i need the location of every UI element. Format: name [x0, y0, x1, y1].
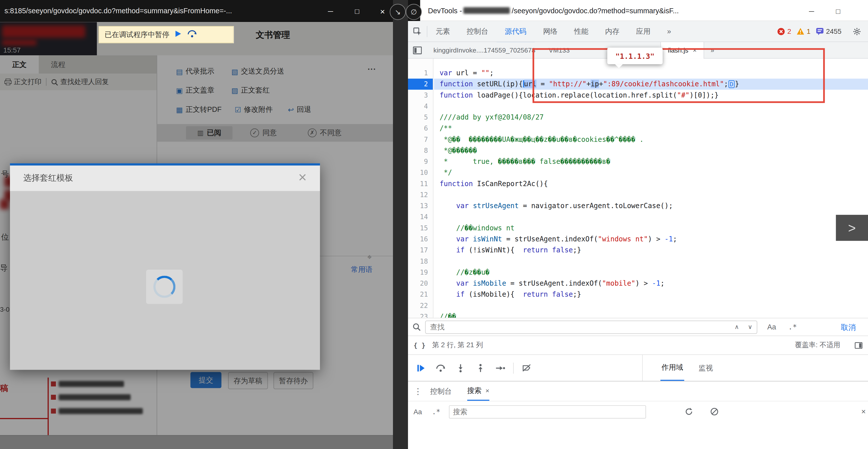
- tab-memory[interactable]: 内存: [597, 21, 628, 42]
- drawer-menu-icon[interactable]: ⋮: [412, 386, 424, 396]
- resume-button[interactable]: [413, 361, 428, 375]
- settings-button[interactable]: [846, 27, 868, 35]
- find-cancel-button[interactable]: 取消: [841, 323, 856, 333]
- search-refresh-button[interactable]: [682, 405, 696, 419]
- find-previous-button[interactable]: ∧: [730, 323, 743, 331]
- drawer-tab-search[interactable]: 搜索 ×: [467, 381, 490, 401]
- more-file-tabs-chevron[interactable]: »: [704, 42, 721, 58]
- gutter-line-number[interactable]: 1: [408, 68, 433, 78]
- gutter-line-number[interactable]: 18: [408, 256, 433, 267]
- drawer-search-bar: Aa .* ×: [408, 401, 868, 422]
- tab-application[interactable]: 应用: [628, 21, 659, 42]
- gutter-line-number[interactable]: 10: [408, 167, 433, 178]
- tab-console[interactable]: 控制台: [458, 21, 497, 42]
- gutter-line-number[interactable]: 13: [408, 200, 433, 212]
- step-out-button[interactable]: [473, 361, 488, 375]
- file-tab-kinggird[interactable]: kinggirdInvoke....174559_7025678: [427, 42, 542, 58]
- tab-sources[interactable]: 源代码: [497, 19, 535, 43]
- gutter-line-number[interactable]: 9: [408, 156, 433, 167]
- toggle-navigator-button[interactable]: [408, 46, 427, 54]
- paused-in-debugger-bar: 已在调试程序中暂停: [98, 26, 234, 43]
- step-over-icon: [436, 364, 446, 372]
- gutter-line-number[interactable]: 11: [408, 178, 433, 189]
- gutter-line-number[interactable]: 3: [408, 90, 433, 101]
- code-lines[interactable]: var url = "";function setURL(ip){url = "…: [434, 59, 868, 318]
- drawer-tabbar: ⋮ 控制台 搜索 ×: [408, 381, 868, 401]
- tab-elements[interactable]: 元素: [427, 21, 458, 42]
- warning-counter[interactable]: 1: [797, 28, 810, 35]
- panel-layout-icon[interactable]: [855, 342, 863, 349]
- gutter-line-number[interactable]: 7: [408, 134, 433, 145]
- step-over-button[interactable]: [187, 29, 197, 40]
- maximize-button[interactable]: □: [346, 0, 368, 22]
- step-into-button[interactable]: [453, 361, 468, 375]
- step-button[interactable]: [493, 361, 508, 375]
- warning-icon: [797, 28, 804, 35]
- step-over-icon: [187, 29, 197, 37]
- tab-watch[interactable]: 监视: [699, 363, 713, 373]
- regex-toggle[interactable]: .*: [788, 323, 797, 331]
- gutter-line-number[interactable]: 17: [408, 245, 433, 256]
- code-line: [434, 101, 868, 112]
- devtools-maximize-button[interactable]: □: [828, 0, 848, 22]
- gutter-line-number[interactable]: 8: [408, 145, 433, 156]
- tab-scope[interactable]: 作用域: [660, 355, 684, 381]
- editor-status-bar: { } 第 2 行, 第 21 列 覆盖率: 不适用: [408, 335, 868, 354]
- gutter-line-number[interactable]: 14: [408, 212, 433, 222]
- gutter-line-number[interactable]: 12: [408, 189, 433, 200]
- error-counter[interactable]: 2: [777, 28, 791, 35]
- overlay-stop-button[interactable]: ∅: [406, 4, 422, 20]
- devtools-minimize-button[interactable]: ─: [801, 0, 822, 22]
- close-drawer-icon[interactable]: ×: [861, 407, 866, 416]
- gutter-line-number[interactable]: 21: [408, 289, 433, 300]
- search-match-case-toggle[interactable]: Aa: [413, 408, 422, 415]
- code-line: //��windows nt: [434, 223, 868, 234]
- code-line: if (!isWinNt){ return false;}: [434, 245, 868, 256]
- tab-performance[interactable]: 性能: [566, 21, 597, 42]
- close-drawer-tab-icon[interactable]: ×: [486, 387, 490, 394]
- debugger-toolbar: 作用域 监视: [408, 354, 868, 381]
- inspect-cursor-icon: [413, 27, 422, 35]
- code-line: [434, 189, 868, 200]
- code-line: //��: [434, 311, 868, 318]
- deactivate-breakpoints-button[interactable]: [519, 361, 534, 375]
- code-line: [434, 212, 868, 222]
- tab-network[interactable]: 网络: [535, 21, 566, 42]
- minimize-button[interactable]: ─: [320, 0, 341, 22]
- gutter-line-number[interactable]: 4: [408, 101, 433, 112]
- file-tab-flashjs[interactable]: flash.js ×: [660, 42, 704, 58]
- search-regex-toggle[interactable]: .*: [432, 408, 440, 416]
- gutter-line-number[interactable]: 20: [408, 278, 433, 289]
- gutter-line-number[interactable]: 6: [408, 123, 433, 134]
- step-over-button[interactable]: [434, 361, 448, 375]
- issues-counter[interactable]: 2455: [816, 28, 841, 35]
- gutter-line-number[interactable]: 22: [408, 300, 433, 311]
- code-line: function IsCanReport2Ac(){: [434, 178, 868, 189]
- find-next-button[interactable]: ∨: [743, 323, 757, 331]
- overlay-arrow-button[interactable]: ↘: [390, 4, 406, 20]
- code-line: [434, 256, 868, 267]
- gutter-line-number[interactable]: 23: [408, 311, 433, 318]
- braces-icon[interactable]: { }: [413, 342, 426, 349]
- drawer-search-input[interactable]: [449, 405, 646, 418]
- error-icon: [777, 28, 785, 35]
- gutter-line-number[interactable]: 2: [408, 78, 433, 90]
- code-line: /**: [434, 123, 868, 134]
- gutter-line-number[interactable]: 5: [408, 112, 433, 123]
- search-clear-button[interactable]: [707, 405, 722, 419]
- find-input[interactable]: [426, 323, 730, 331]
- gutter-line-number[interactable]: 16: [408, 234, 433, 245]
- drawer-tab-console[interactable]: 控制台: [430, 386, 452, 396]
- modal-close-icon[interactable]: ×: [298, 169, 307, 186]
- inspect-element-button[interactable]: [408, 27, 427, 35]
- gutter-line-number[interactable]: 19: [408, 267, 433, 278]
- step-into-icon: [457, 363, 465, 372]
- devtools-title: DevTools - /seeyon/govdoc/govdoc.do?meth…: [428, 0, 679, 21]
- match-case-toggle[interactable]: Aa: [767, 323, 776, 331]
- more-tabs-chevron[interactable]: »: [659, 21, 679, 42]
- resume-script-button[interactable]: [174, 30, 182, 39]
- gutter-line-number[interactable]: 15: [408, 223, 433, 234]
- step-out-icon: [476, 363, 484, 372]
- close-tab-icon[interactable]: ×: [693, 46, 697, 54]
- next-page-overlay-button[interactable]: >: [836, 215, 868, 241]
